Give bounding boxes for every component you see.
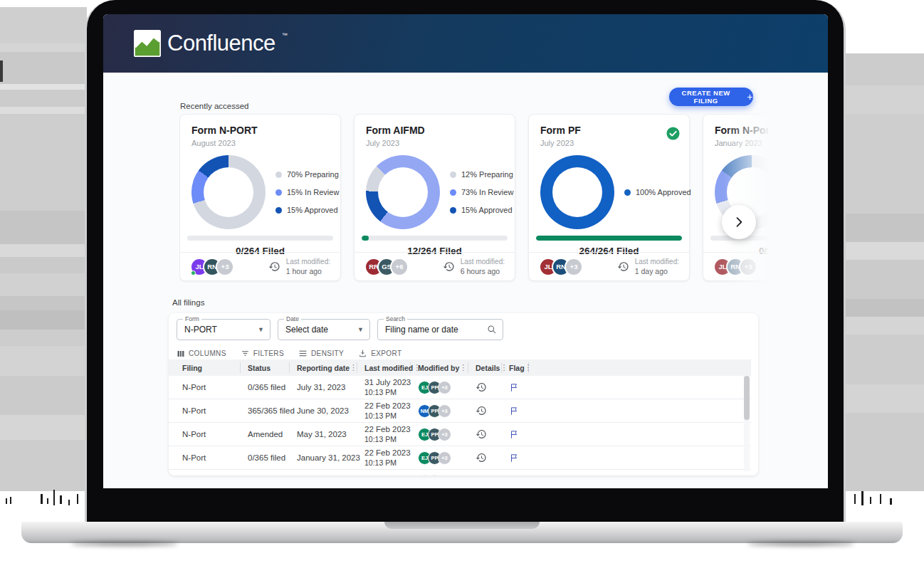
flag-button[interactable] (509, 382, 519, 393)
cell-details (468, 452, 502, 463)
avatar: +3 (438, 381, 451, 394)
avatar: +6 (390, 258, 409, 276)
avatar: +3 (739, 258, 757, 276)
filing-card-pf[interactable]: Form PF July 2023 100% Approved 264/264 … (528, 114, 690, 281)
brand-logo[interactable]: Confluence ™ (134, 30, 288, 57)
flag-button[interactable] (509, 406, 519, 416)
table-header-row: Filing Status Reporting date⋮ Last modif… (169, 359, 751, 376)
legend-dot (450, 172, 456, 178)
column-header-status[interactable]: Status (241, 362, 290, 373)
donut-legend: 12% Preparing73% In Review15% Approved (450, 170, 513, 214)
card-chart-row: 100% Approved (540, 154, 678, 230)
status-donut-chart (366, 155, 440, 229)
table-scrollbar-track[interactable] (744, 376, 750, 471)
background-tick (890, 498, 892, 505)
donut-legend: 100% Approved (624, 188, 691, 196)
column-header-label: Modified by (418, 364, 459, 372)
details-history-button[interactable] (476, 405, 487, 416)
column-header-flag[interactable]: Flag⋮ (502, 362, 529, 373)
details-history-button[interactable] (476, 382, 487, 393)
background-tick (6, 498, 7, 504)
legend-text: 15% In Review (287, 188, 339, 196)
avatar-group: NMPP+3 (418, 404, 468, 418)
column-header-modified-by[interactable]: Modified by⋮ (411, 362, 468, 373)
table-row[interactable]: N-PortAmendedMay 31, 202322 Feb 202310:1… (169, 423, 751, 446)
chevron-down-icon: ▼ (258, 326, 264, 333)
date-filter-value: Select date (285, 325, 328, 335)
column-header-label: Last modified (364, 364, 413, 372)
background-tick (77, 494, 78, 504)
chevron-right-icon (732, 215, 746, 229)
column-menu-icon[interactable]: ⋮ (350, 363, 357, 372)
columns-button-label: COLUMNS (189, 349, 226, 357)
filing-card-n-port-january[interactable]: Form N-Port January 2023 0/264 Filed JLR… (703, 114, 768, 281)
cell-flag (502, 406, 529, 416)
cell-modified-by: EJPP+3 (411, 381, 468, 394)
date-filter-select[interactable]: Date Select date ▼ (278, 319, 370, 340)
details-history-button[interactable] (476, 429, 487, 440)
table-row[interactable]: 22 Feb 2023 (169, 470, 751, 475)
table-row[interactable]: N-Port0/365 filedJanuary 31, 202322 Feb … (169, 446, 751, 470)
table-row[interactable]: N-Port365/365 filedJune 30, 202322 Feb 2… (169, 399, 751, 423)
cell-filing: N-Port (175, 406, 241, 415)
background-tick (68, 500, 70, 505)
cell-status: 0/365 filed (241, 453, 290, 462)
flag-icon (509, 429, 519, 440)
card-subtitle: July 2023 (366, 139, 503, 147)
avatar: +3 (565, 258, 583, 276)
cell-modified-by (411, 475, 468, 476)
table-row[interactable]: N-Port0/365 filedJuly 31, 202331 July 20… (169, 376, 751, 399)
history-icon (476, 429, 487, 440)
filters-button[interactable]: FILTERS (241, 349, 284, 358)
filing-card-n-port-august[interactable]: Form N-PORT August 2023 70% Preparing15%… (179, 114, 341, 281)
column-header-last-modified[interactable]: Last modified⋮ (357, 362, 411, 373)
chevron-down-icon: ▼ (357, 326, 364, 333)
table-body: N-Port0/365 filedJuly 31, 202331 July 20… (169, 376, 751, 475)
avatar: +3 (438, 451, 451, 465)
export-button[interactable]: EXPORT (358, 349, 401, 358)
filed-progress-fill (536, 236, 682, 241)
column-header-filing[interactable]: Filing (175, 362, 241, 373)
background-tick (47, 498, 48, 504)
flag-button[interactable] (509, 429, 519, 440)
cell-reporting-date: May 31, 2023 (290, 430, 357, 438)
filing-card-aifmd[interactable]: Form AIFMD July 2023 12% Preparing73% In… (354, 114, 515, 281)
cell-last-modified: 31 July 202310:13 PM (357, 377, 411, 397)
filed-progress-bar (536, 236, 682, 241)
cell-flag (502, 382, 529, 393)
background-stripes-left (0, 4, 87, 491)
table-scrollbar-thumb[interactable] (744, 376, 750, 420)
density-button[interactable]: DENSITY (298, 349, 344, 358)
column-menu-icon[interactable]: ⋮ (525, 363, 532, 372)
flag-button[interactable] (509, 453, 519, 463)
cell-filing: N-Port (175, 430, 241, 438)
history-icon (476, 405, 487, 416)
recently-accessed-carousel: Form N-PORT August 2023 70% Preparing15%… (179, 114, 768, 285)
card-footer: JLRN+3 (703, 252, 768, 280)
laptop-foot-shadow (71, 542, 178, 546)
background-tick (861, 491, 863, 505)
details-history-button[interactable] (476, 452, 487, 463)
columns-icon (177, 349, 185, 358)
column-header-reporting-date[interactable]: Reporting date⋮ (290, 362, 357, 373)
avatar: +3 (438, 404, 451, 418)
columns-button[interactable]: COLUMNS (177, 349, 226, 358)
column-menu-icon[interactable]: ⋮ (459, 363, 467, 372)
filed-progress-bar (362, 236, 508, 241)
cell-reporting-date: July 31, 2023 (290, 383, 357, 391)
form-filter-select[interactable]: Form N-PORT ▼ (177, 319, 271, 340)
avatar (418, 475, 431, 476)
cell-status: 0/365 filed (241, 383, 290, 391)
search-input[interactable]: Search Filing name or date (377, 319, 503, 340)
flag-icon (509, 453, 519, 463)
background-tick (870, 497, 871, 504)
carousel-next-button[interactable] (722, 205, 756, 239)
card-title: Form AIFMD (366, 125, 503, 136)
last-modified-label: Last modified: (461, 257, 505, 267)
legend-text: 15% Approved (461, 206, 513, 214)
create-new-filing-button[interactable]: CREATE NEW FILING + (669, 88, 753, 106)
cell-details (468, 405, 502, 416)
column-header-details[interactable]: Details⋮ (468, 362, 502, 373)
cell-modified-by: EJPP+3 (411, 428, 468, 441)
legend-text: 70% Preparing (287, 170, 339, 179)
